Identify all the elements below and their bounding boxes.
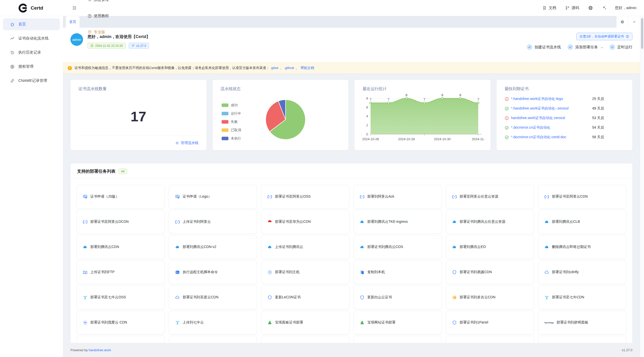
task-card[interactable]: 证书申请（JS版） — [76, 185, 165, 208]
expiring-certs-list: *.handsfree.work证书自动化-lego25 天后*.handsfr… — [505, 96, 625, 140]
task-card[interactable]: 更新白山云证书 — [353, 285, 442, 309]
tencent-icon — [360, 220, 365, 224]
task-card[interactable]: 部署到腾讯云EO — [446, 235, 534, 259]
source-code-link[interactable]: 源码 — [562, 0, 583, 16]
task-card[interactable]: 部署证书到百度云CDN — [169, 285, 257, 309]
card-title: 证书流水线数量 — [78, 86, 198, 92]
cert-name-link[interactable]: *.handsfree.work证书自动化--zerossl — [511, 106, 592, 111]
deploy-tasks-section: 支持的部署任务列表 44 证书申请（JS版）证书申请（Lego）部署证书至阿里云… — [70, 163, 632, 357]
user-greeting[interactable]: 您好，admin — [612, 6, 639, 10]
task-card[interactable]: 复制到本机 — [353, 260, 442, 284]
task-label: 证书申请（JS版） — [90, 194, 119, 199]
nav-item-pro-edition[interactable]: 专业版 — [83, 24, 117, 40]
svg-text:8: 8 — [459, 93, 461, 97]
cert-name-link[interactable]: *.docmirror.cn证书自动化 — [511, 125, 592, 130]
sidebar-item-label: 授权管理 — [18, 64, 33, 69]
notice-link-gitee[interactable]: gitee — [271, 66, 278, 70]
main-area: 首页 admin 您好，admin，欢迎使用【Certd】 2024-11-02… — [63, 16, 640, 357]
task-card[interactable]: 部署证书到易盾CDN — [446, 260, 534, 284]
theme-button[interactable] — [598, 0, 610, 16]
task-card[interactable]: 部署到腾讯云CLB — [538, 210, 626, 234]
close-tabs-button[interactable] — [616, 16, 628, 28]
expiring-cert-row: *.docmirror.cn证书自动化54 天后 — [505, 125, 625, 131]
step-label: 定时运行 — [617, 45, 632, 50]
task-card[interactable]: 宝塔面板证书部署 — [261, 311, 349, 334]
tab-menu-button[interactable] — [628, 16, 640, 28]
link-icon — [10, 79, 15, 83]
synology-icon: Synology — [544, 322, 554, 324]
task-card[interactable]: 上传证书到腾讯云 — [261, 235, 349, 259]
sidebar-item-cname[interactable]: CNAME记录管理 — [3, 75, 60, 87]
task-card[interactable]: 删除腾讯云即将过期证书 — [538, 235, 626, 259]
task-card[interactable]: 部署到腾讯云CDN-v2 — [169, 235, 257, 259]
separator: 、 — [280, 66, 284, 70]
step-dash: – — [601, 45, 603, 49]
notice-link-帮助文档[interactable]: 帮助文档 — [301, 66, 314, 70]
scrollbar-thumb[interactable] — [641, 18, 643, 49]
sidebar-item-auth[interactable]: 授权管理 — [3, 61, 60, 73]
sidebar-item-pipelines[interactable]: 证书自动化流水线 — [3, 32, 60, 44]
task-card[interactable]: 部署证书到多吉云CDN — [446, 285, 534, 309]
task-card[interactable]: 更新LeCDN证书 — [261, 285, 349, 309]
task-card[interactable]: 上传证书到阿里云 — [169, 210, 257, 234]
task-card[interactable]: 部署至阿里云任意云资源 — [446, 185, 534, 208]
task-card[interactable]: 部署证书到我爱云 CDN — [76, 311, 165, 334]
language-button[interactable] — [585, 0, 596, 16]
sidebar-item-home[interactable]: 首页 — [3, 18, 60, 30]
recent-runs-card: 最近运行统计 7787887024682024-10-262024-10-282… — [354, 80, 491, 150]
brand[interactable]: Certd — [18, 3, 43, 13]
task-label: 部署到腾讯云TKE-ingress — [367, 220, 408, 224]
steps-hint-pill[interactable]: 仅需3步，全自动申请部署证书 — [576, 33, 632, 40]
task-card[interactable]: 上传到七牛云 — [169, 311, 257, 334]
cert-name-link[interactable]: handsfree.work证书自动化-zerossl — [511, 116, 592, 120]
task-card[interactable]: 部署证书至华为云CDN — [261, 210, 349, 234]
task-label: 部署证书到cdnfly — [552, 270, 579, 274]
task-card[interactable]: 证书申请（Lego） — [169, 185, 257, 208]
task-card[interactable]: 部署到腾讯云TKE-ingress — [353, 210, 442, 234]
legend-item[interactable]: 运行中 — [222, 111, 241, 116]
manage-pipelines-link[interactable]: 管理流水线 — [175, 141, 198, 145]
pro-badge-icon — [88, 30, 92, 34]
task-card[interactable]: 部署证书至七牛CDN — [538, 285, 626, 309]
notice-link-github[interactable]: github — [285, 66, 294, 70]
task-card[interactable]: 部署证书到腾讯云任意云资源 — [446, 210, 534, 234]
docs-link[interactable]: 文档 — [539, 0, 560, 16]
history-icon — [10, 50, 15, 55]
legend-item[interactable]: 失败 — [222, 120, 241, 124]
qiniu-icon — [83, 295, 88, 300]
git-branch-icon — [565, 6, 570, 10]
cert-name-link[interactable]: *.docmirror.cn证书自动化-certd-doc — [511, 135, 592, 139]
cert-name-link[interactable]: *.handsfree.work证书自动化-lego — [511, 97, 592, 101]
legend-label: 运行中 — [231, 111, 241, 116]
version-number: v1.27.0 — [136, 44, 146, 47]
legend-item[interactable]: 未执行 — [222, 136, 241, 141]
task-card[interactable]: 部署证书至阿里云CDN — [538, 185, 626, 208]
sidebar-item-label: 证书自动化流水线 — [18, 36, 49, 41]
task-card[interactable]: 部署证书到cdnfly — [538, 260, 626, 284]
task-card[interactable]: 执行远程主机脚本命令 — [169, 260, 257, 284]
handsfree-link[interactable]: handsfree.work — [89, 348, 111, 352]
task-card[interactable]: 部署证书到主机 — [261, 260, 349, 284]
nav-item-tutorial[interactable]: 使用教程 — [83, 8, 117, 24]
aliyun-icon — [544, 194, 549, 199]
task-label: 更新白山云证书 — [367, 295, 392, 300]
task-card[interactable]: 部署到腾讯云CDN — [76, 235, 165, 259]
task-card[interactable]: 部署证书至阿里云OSS — [261, 185, 349, 208]
collapse-sidebar-button[interactable] — [68, 0, 81, 16]
task-card[interactable]: 部署证书到腾讯云COS — [353, 235, 442, 259]
legend-item[interactable]: 已取消 — [222, 128, 241, 132]
expiring-cert-row: *.handsfree.work证书自动化--zerossl49 天后 — [505, 105, 625, 112]
nav-item-system-management[interactable]: 系统管理 — [83, 0, 117, 8]
task-card[interactable]: 部署证书至阿里云DCDN — [76, 210, 165, 234]
task-card[interactable]: 宝塔网站证书部署 — [353, 311, 442, 334]
task-card[interactable]: 部署到阿里云Ack — [353, 185, 442, 208]
card-title: 流水线状态 — [221, 86, 341, 92]
task-card[interactable]: 上传证书到FTP — [76, 260, 165, 284]
task-card[interactable]: 部署证书到1Panel — [446, 311, 534, 334]
shield-icon — [360, 295, 365, 300]
sidebar-item-history[interactable]: 执行历史记录 — [3, 47, 60, 58]
task-card[interactable]: 部署证书至七牛云OSS — [76, 285, 165, 309]
task-card[interactable]: Synology部署证书到群晖面板 — [538, 311, 626, 334]
scrollbar-track[interactable] — [640, 16, 644, 357]
legend-item[interactable]: 成功 — [222, 103, 241, 108]
